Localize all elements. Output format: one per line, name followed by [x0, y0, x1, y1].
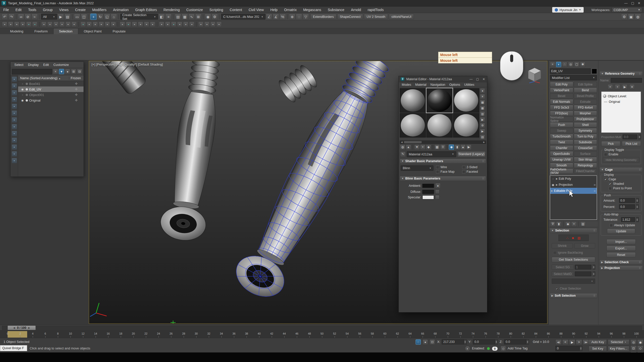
- shader-type-select[interactable]: Blinn ▼: [401, 165, 433, 171]
- material-id-icon[interactable]: 0: [440, 145, 446, 150]
- display-geometry-icon[interactable]: ▪: [12, 83, 17, 89]
- modifier-button-prooptimizer[interactable]: ProOptimizer: [574, 116, 597, 122]
- menubar-item-rapidtools[interactable]: rapidTools: [364, 7, 387, 13]
- menubar-item-civil-view[interactable]: Civil View: [245, 7, 267, 13]
- modifier-button-extrude[interactable]: Extrude: [574, 99, 597, 104]
- rollout-selection-check[interactable]: ▶Selection Check⠿: [599, 260, 643, 265]
- rollout-blinn-basic-parameters[interactable]: ▼Blinn Basic Parameters⠿: [400, 176, 486, 181]
- scene-object-row[interactable]: ◉Original✣: [18, 98, 84, 103]
- material-sample-slot[interactable]: [400, 88, 426, 113]
- render-setup-icon[interactable]: ⚙: [621, 14, 627, 20]
- update-button[interactable]: Update: [607, 229, 635, 234]
- diffuse-color-swatch[interactable]: [422, 190, 434, 194]
- modeling-tool-icon[interactable]: ▪: [120, 22, 125, 27]
- scrollbar-thumb[interactable]: [404, 141, 422, 143]
- eyedropper-icon[interactable]: ✎: [400, 152, 406, 157]
- modifier-button-morpher[interactable]: Morpher: [574, 111, 597, 116]
- menubar-item-views[interactable]: Views: [56, 7, 72, 13]
- z-spinner[interactable]: [526, 339, 529, 344]
- rollout-shader-basic-parameters[interactable]: ▼Shader Basic Parameters⠿: [400, 159, 486, 164]
- vertex-sub-icon[interactable]: ∴: [566, 236, 568, 240]
- reference-item-original[interactable]: Original: [609, 100, 620, 104]
- go-to-end-icon[interactable]: ≫: [583, 339, 589, 345]
- material-editor-icon[interactable]: ◉: [205, 14, 211, 20]
- modifier-button-skin-wrap[interactable]: Skin Wrap: [574, 157, 597, 162]
- y-spinner[interactable]: [495, 339, 498, 344]
- percent-snap-icon[interactable]: %: [279, 14, 286, 20]
- display-groups-icon[interactable]: ▪: [12, 138, 17, 143]
- modeling-tool-icon[interactable]: ▪: [126, 22, 131, 27]
- workspace-select[interactable]: CGBUMP ▼: [612, 7, 642, 12]
- display-helpers-icon[interactable]: ▪: [12, 110, 17, 116]
- clear-search-icon[interactable]: ×: [53, 69, 58, 74]
- push-percent-spinner[interactable]: [636, 204, 639, 209]
- name-column-header[interactable]: Name (Sorted Ascending): [20, 76, 58, 80]
- modeling-tool-icon[interactable]: ▪: [71, 22, 77, 27]
- ribbon-tab-object-paint[interactable]: Object Paint: [78, 28, 107, 34]
- delete-ref-icon[interactable]: ×: [608, 84, 613, 89]
- modifier-button-ffd-box[interactable]: FFD(box): [550, 111, 573, 116]
- x-spinner[interactable]: [464, 339, 467, 344]
- menubar-item-megascans[interactable]: Megascans: [300, 7, 325, 13]
- me-menu-options[interactable]: Options: [447, 83, 462, 86]
- minimize-icon[interactable]: —: [470, 77, 473, 81]
- modeling-tool-icon[interactable]: ▪: [165, 22, 170, 27]
- layer-explorer-icon[interactable]: ▤: [175, 14, 181, 20]
- window-crossing-icon[interactable]: ◫: [81, 14, 87, 20]
- select-object-icon[interactable]: ▶: [58, 14, 64, 20]
- object-name-field[interactable]: Edit_UV: [550, 68, 591, 74]
- modeling-tool-icon[interactable]: ▪: [87, 22, 92, 27]
- modifier-button-vertexpaint[interactable]: VertexPaint: [550, 87, 573, 93]
- redo-icon[interactable]: ↷: [8, 14, 15, 20]
- rollout-soft-selection[interactable]: ▶Soft Selection⠿: [550, 293, 597, 298]
- get-material-icon[interactable]: ◍: [400, 145, 405, 150]
- motion-tab-icon[interactable]: ◎: [568, 62, 573, 67]
- modifier-button-sweep[interactable]: Sweep: [550, 128, 573, 133]
- put-material-icon[interactable]: ▲: [406, 145, 411, 150]
- modifier-button-fillet-chamfer[interactable]: Fillet/Chamfer: [574, 168, 597, 174]
- expand-all-icon[interactable]: ⊞: [71, 69, 76, 74]
- menubar-item-rendering[interactable]: Rendering: [160, 7, 183, 13]
- undo-icon[interactable]: ↶: [2, 14, 8, 20]
- menubar-item-scripting[interactable]: Scripting: [206, 7, 226, 13]
- me-menu-modes[interactable]: Modes: [400, 83, 413, 86]
- object-level-item[interactable]: Object Level:: [608, 94, 627, 98]
- ribbon-toggle-icon[interactable]: ▦: [182, 14, 188, 20]
- configure-modifier-sets-icon[interactable]: ▤: [580, 221, 586, 227]
- curve-editor-icon[interactable]: ∿: [188, 14, 195, 20]
- scene-object-row[interactable]: ◉Edit_UV✣: [18, 86, 84, 92]
- material-editor-titlebar[interactable]: 3 Material Editor - Material #212aa — ▢ …: [399, 76, 487, 82]
- close-icon[interactable]: ✕: [638, 1, 640, 5]
- display-shapes-icon[interactable]: ▪: [12, 90, 17, 96]
- time-slider-track[interactable]: [2, 326, 642, 330]
- script-button-sworkplaneui[interactable]: sWorkPlaneUI: [389, 14, 414, 20]
- previous-frame-icon[interactable]: ◀: [13, 327, 15, 329]
- maximize-icon[interactable]: ▢: [631, 1, 634, 5]
- lock-icon[interactable]: ●: [65, 69, 70, 74]
- track-bar[interactable]: 0246810121416182022242628303234363840424…: [0, 330, 644, 338]
- display-cameras-icon[interactable]: ▪: [12, 104, 17, 109]
- eye-visible-icon[interactable]: ◉: [21, 99, 24, 102]
- ribbon-tab-modeling[interactable]: Modeling: [5, 28, 29, 34]
- scene-object-row[interactable]: ●Object001✣: [18, 92, 84, 98]
- modifier-button-surface[interactable]: Surface: [574, 151, 597, 156]
- grow-button[interactable]: Grow: [574, 243, 595, 248]
- project-path-combo[interactable]: C:\Users\UI...ds Max 2022 ▼: [221, 14, 265, 20]
- modeling-tool-icon[interactable]: ▪: [183, 22, 188, 27]
- get-stack-selections-button[interactable]: Get Stack Selections: [552, 257, 595, 262]
- select-sg-button[interactable]: Select SG: [552, 264, 574, 270]
- point-to-point-checkbox[interactable]: [609, 187, 612, 190]
- filter-icon[interactable]: ▼: [59, 69, 64, 74]
- cage-checkbox[interactable]: ✔: [604, 178, 607, 181]
- modifier-stack-item[interactable]: ●▶Edit Poly: [550, 176, 597, 182]
- modifier-button-subdivide[interactable]: Subdivide: [574, 140, 597, 145]
- angle-snap-icon[interactable]: ∡: [273, 14, 279, 20]
- previous-frame-icon[interactable]: <: [562, 339, 569, 345]
- modifier-button-shell[interactable]: Shell: [574, 122, 597, 127]
- z-coordinate-field[interactable]: 0.0: [504, 339, 526, 344]
- diffuse-map-button[interactable]: [435, 190, 439, 194]
- go-forward-icon[interactable]: ▶: [466, 145, 471, 150]
- tolerance-spinner[interactable]: [636, 217, 639, 222]
- display-particles-icon[interactable]: ▪: [12, 131, 17, 136]
- maximize-icon[interactable]: ▢: [476, 77, 479, 81]
